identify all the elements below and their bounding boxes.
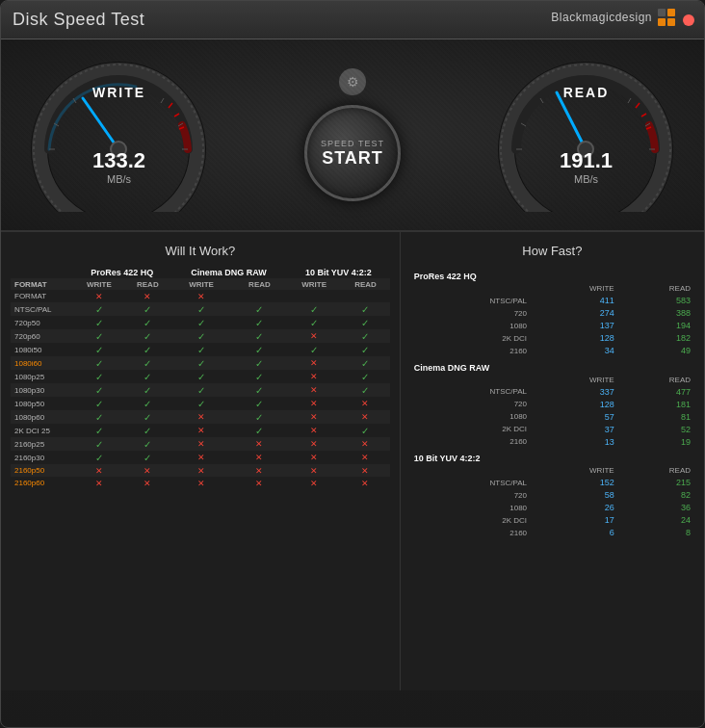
cross-icon: ✕ — [197, 426, 205, 435]
check-cell: ✕ — [124, 464, 170, 477]
brand-logo: Blackmagicdesign — [551, 9, 675, 26]
brand-name: Blackmagicdesign — [551, 11, 652, 24]
check-icon: ✓ — [144, 358, 151, 369]
check-icon: ✓ — [95, 399, 103, 409]
check-icon: ✓ — [255, 372, 263, 382]
read-gauge: READ 191.1 MB/s — [497, 58, 675, 212]
check-cell: ✓ — [170, 370, 232, 383]
will-it-work-title: Will It Work? — [11, 244, 390, 258]
table-row: 2160p30✓✓✕✕✕✕ — [11, 451, 390, 464]
check-icon: ✓ — [95, 358, 103, 369]
table-row: FORMAT✕✕✕ — [11, 290, 390, 302]
cross-icon: ✕ — [310, 399, 318, 408]
list-item: 720128181 — [410, 398, 694, 410]
check-cell: ✕ — [170, 424, 232, 437]
row-label: NTSC/PAL — [410, 295, 533, 307]
row-label: 2K DCI — [410, 423, 533, 435]
write-gauge-label: WRITE — [30, 85, 208, 100]
brand-sq-4 — [667, 18, 675, 26]
col-header-row: WRITEREAD — [410, 374, 694, 385]
check-cell: ✓ — [170, 329, 232, 343]
check-cell: ✓ — [170, 316, 232, 329]
read-speed-unit: MB/s — [497, 173, 675, 185]
check-icon: ✓ — [361, 358, 369, 369]
check-icon: ✓ — [144, 345, 151, 355]
cross-icon: ✕ — [361, 466, 369, 476]
format-cell: 1080p60 — [11, 410, 73, 424]
check-cell: ✓ — [73, 343, 124, 356]
will-it-work-table: ProRes 422 HQ Cinema DNG RAW 10 Bit YUV … — [11, 266, 390, 489]
check-icon: ✓ — [310, 318, 318, 328]
check-cell: ✓ — [170, 343, 232, 356]
cross-icon: ✕ — [310, 466, 318, 476]
dng-write-header: WRITE — [170, 278, 232, 290]
check-cell: ✓ — [124, 356, 170, 370]
check-icon: ✓ — [255, 304, 263, 315]
cross-icon: ✕ — [310, 372, 318, 381]
table-row: 1080p60✓✓✕✓✕✕ — [11, 410, 390, 424]
check-cell: ✓ — [124, 437, 170, 451]
read-value: 52 — [618, 423, 694, 435]
brand-sq-2 — [667, 9, 675, 16]
list-item: 10802636 — [410, 502, 694, 514]
cross-icon: ✕ — [95, 466, 103, 476]
check-icon: ✓ — [197, 372, 205, 382]
check-icon: ✓ — [255, 331, 263, 342]
format-cell: FORMAT — [11, 290, 73, 302]
table-row: 2K DCI 25✓✓✕✓✕✓ — [11, 424, 390, 437]
check-cell: ✓ — [124, 302, 170, 316]
check-cell: ✓ — [232, 329, 287, 343]
write-value: 58 — [533, 489, 618, 502]
check-icon: ✓ — [255, 318, 263, 328]
cross-icon: ✕ — [255, 439, 263, 449]
check-cell: ✓ — [170, 397, 232, 410]
check-cell: ✓ — [341, 424, 389, 437]
write-speed-unit: MB/s — [30, 173, 208, 185]
cross-icon: ✕ — [310, 439, 318, 449]
check-cell: ✓ — [341, 343, 389, 356]
col-header-cell: WRITE — [533, 283, 618, 295]
check-cell: ✓ — [73, 383, 124, 397]
read-gauge-svg — [497, 58, 675, 212]
prores-header: ProRes 422 HQ — [73, 266, 170, 278]
cross-icon: ✕ — [361, 399, 369, 408]
check-cell: ✕ — [287, 410, 341, 424]
start-label-top: SPEED TEST — [321, 139, 384, 148]
col-header-cell: WRITE — [533, 374, 618, 385]
format-cell: 1080p50 — [11, 397, 73, 410]
check-cell: ✕ — [341, 410, 389, 424]
read-value: 49 — [618, 345, 694, 357]
check-cell: ✓ — [232, 370, 287, 383]
col-header-cell: WRITE — [533, 465, 618, 477]
row-label: NTSC/PAL — [410, 477, 533, 489]
check-cell: ✕ — [73, 290, 124, 302]
read-value: 81 — [618, 410, 694, 423]
brand-icon — [658, 9, 675, 26]
prores-write-header: WRITE — [73, 278, 124, 290]
format-cell: 1080i60 — [11, 356, 73, 370]
read-value: 181 — [618, 398, 694, 410]
read-value: 24 — [618, 514, 694, 527]
close-button[interactable] — [683, 14, 694, 26]
check-cell: ✕ — [341, 397, 389, 410]
format-cell: 720p50 — [11, 316, 73, 329]
col-header-cell: READ — [618, 374, 694, 385]
table-row: 1080i50✓✓✓✓✓✓ — [11, 343, 390, 356]
table-row: 2160p60✕✕✕✕✕✕ — [11, 477, 390, 489]
settings-button[interactable]: ⚙ — [339, 68, 366, 95]
table-row: 720p60✓✓✓✓✕✓ — [11, 329, 390, 343]
format-cell: 2K DCI 25 — [11, 424, 73, 437]
check-cell: ✕ — [341, 477, 389, 489]
read-gauge-value: 191.1 MB/s — [497, 148, 675, 185]
list-item: 2K DCI3752 — [410, 423, 694, 435]
start-button[interactable]: SPEED TEST START — [304, 105, 401, 201]
write-gauge: WRITE 133.2 MB/s — [30, 58, 208, 212]
check-cell: ✕ — [170, 410, 232, 424]
cross-icon: ✕ — [255, 466, 263, 476]
check-cell: ✓ — [232, 316, 287, 329]
list-item: 720274388 — [410, 307, 694, 320]
write-gauge-value: 133.2 MB/s — [30, 148, 208, 185]
cross-icon: ✕ — [361, 453, 369, 462]
cross-icon: ✕ — [361, 479, 369, 488]
col-header-cell — [410, 283, 533, 295]
